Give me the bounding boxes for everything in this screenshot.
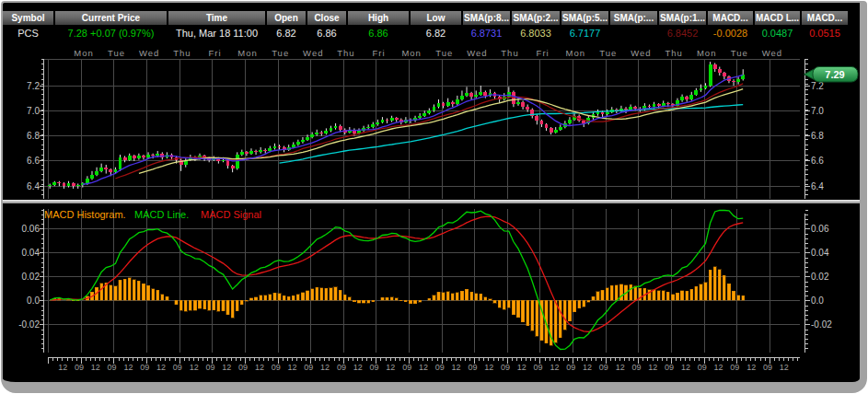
macd-ytick-left: 0.06: [22, 224, 41, 234]
last-price-tag: 7.29: [825, 69, 844, 80]
hour-label: 12: [484, 363, 493, 372]
hour-label: 09: [140, 363, 149, 372]
hour-label: 12: [353, 363, 363, 372]
day-label: Thu: [337, 48, 354, 58]
price-plot-area[interactable]: [44, 59, 800, 199]
day-label: Fri: [373, 48, 386, 58]
hour-label: 09: [501, 363, 510, 372]
hour-label: 12: [714, 363, 723, 372]
hour-label: 12: [550, 363, 559, 372]
hour-label: 09: [238, 363, 248, 372]
hour-label: 09: [631, 363, 641, 372]
day-label: Tue: [599, 48, 617, 58]
hour-label: 09: [665, 363, 674, 372]
price-ytick-right: 6.4: [811, 181, 824, 191]
hour-label: 09: [304, 363, 313, 372]
hour-label: 09: [435, 363, 445, 372]
macd-ytick-right: 0.06: [811, 224, 829, 234]
hour-label: 09: [763, 363, 772, 372]
hour-label: 12: [255, 363, 264, 372]
macd-ytick-right: 0.02: [811, 272, 829, 282]
hour-label: 09: [337, 363, 346, 372]
hour-label: 09: [370, 363, 379, 372]
hour-label: 12: [517, 363, 527, 372]
chart-window: SymbolPCSCurrent Price7.28 +0.07 (0.97%)…: [1, 1, 867, 393]
hour-label: 12: [156, 363, 166, 372]
hour-label: 09: [75, 363, 84, 372]
price-ytick-right: 6.6: [811, 156, 824, 166]
hour-label: 12: [288, 363, 297, 372]
hour-label: 12: [190, 363, 199, 372]
macd-ytick-left: -0.02: [18, 319, 40, 330]
day-label: Wed: [467, 48, 487, 58]
hour-label: 09: [566, 363, 575, 372]
day-label: Mon: [401, 48, 421, 58]
day-label: Mon: [565, 48, 584, 58]
day-label: Mon: [74, 48, 93, 58]
price-ytick-left: 6.8: [27, 131, 40, 141]
macd-ytick-right: -0.02: [811, 319, 832, 330]
day-label: Thu: [665, 48, 682, 58]
macd-plot-area[interactable]: [44, 209, 800, 353]
day-label: Wed: [303, 48, 323, 58]
day-label: Tue: [435, 48, 453, 58]
day-label: Thu: [173, 48, 191, 58]
hour-label: 12: [648, 363, 657, 372]
hour-label: 12: [583, 363, 592, 372]
hour-label: 12: [452, 363, 461, 372]
day-label: Wed: [762, 48, 782, 58]
price-ytick-left: 7.0: [27, 106, 40, 116]
day-label: Mon: [697, 48, 716, 58]
price-ytick-left: 6.4: [27, 181, 40, 191]
hour-label: 12: [780, 363, 789, 372]
hour-label: 09: [205, 363, 214, 372]
price-ytick-right: 7.0: [811, 106, 824, 116]
day-label: Tue: [272, 48, 289, 58]
hour-label: 12: [320, 363, 330, 372]
day-label: Fri: [208, 48, 221, 58]
macd-ytick-left: 0.04: [22, 248, 41, 258]
macd-ytick-left: 0.0: [27, 296, 40, 306]
hour-label: 12: [681, 363, 690, 372]
hour-label: 09: [173, 363, 182, 372]
day-label: Tue: [108, 48, 125, 58]
macd-ytick-right: 0.0: [811, 296, 824, 306]
hour-label: 12: [123, 363, 133, 372]
day-label: Mon: [237, 48, 257, 58]
hour-label: 09: [698, 363, 707, 372]
price-ytick-left: 6.6: [27, 156, 40, 166]
hour-label: 09: [402, 363, 411, 372]
hour-label: 09: [599, 363, 608, 372]
panel-divider: [1, 200, 867, 203]
hour-label: 12: [58, 363, 67, 372]
hour-label: 09: [730, 363, 739, 372]
hour-label: 12: [746, 363, 756, 372]
hour-label: 12: [222, 363, 231, 372]
macd-ytick-left: 0.02: [22, 272, 41, 282]
hour-label: 12: [616, 363, 625, 372]
charts-svg: 7.27.27.07.06.86.86.66.66.46.40.060.060.…: [1, 1, 867, 393]
hour-label: 09: [468, 363, 477, 372]
day-label: Wed: [139, 48, 159, 58]
hour-label: 12: [386, 363, 395, 372]
hour-label: 09: [272, 363, 281, 372]
hour-label: 09: [108, 363, 117, 372]
price-ytick-left: 7.2: [27, 81, 40, 91]
hour-label: 12: [91, 363, 100, 372]
day-label: Tue: [731, 48, 748, 58]
day-label: Thu: [501, 48, 518, 58]
day-label: Fri: [537, 48, 550, 58]
hour-label: 12: [419, 363, 428, 372]
hour-label: 09: [534, 363, 543, 372]
macd-ytick-right: 0.04: [811, 248, 829, 258]
day-label: Wed: [631, 48, 651, 58]
price-ytick-right: 6.8: [811, 131, 824, 141]
